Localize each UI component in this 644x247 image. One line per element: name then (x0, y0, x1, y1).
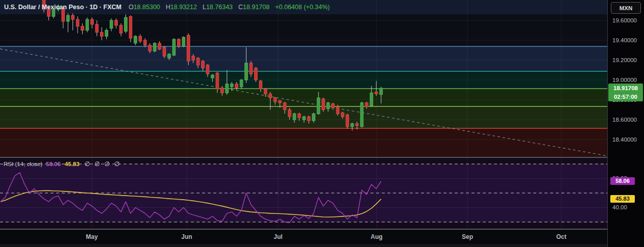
candle-body (288, 110, 291, 117)
time-axis-label: May (86, 233, 97, 240)
candle-body (71, 15, 75, 19)
candle-body (380, 88, 383, 94)
candle-body (148, 45, 152, 51)
bottom-strip (0, 244, 644, 247)
candle-body (317, 98, 320, 114)
candle-body (172, 39, 176, 55)
currency-toggle-button[interactable]: MXN (611, 2, 641, 14)
candle-body (356, 124, 359, 126)
candle-body (220, 88, 224, 93)
candle-body (105, 31, 108, 37)
candle-body (226, 84, 229, 93)
candle-body (182, 37, 185, 46)
candle-body (307, 117, 310, 121)
candle-body (86, 19, 89, 30)
candle-body (274, 98, 277, 102)
candle-body (125, 17, 128, 31)
rsi-value-badge: 58.06 (610, 177, 635, 185)
price-axis-label: 19.60000 (612, 17, 637, 24)
candle-body (187, 35, 190, 61)
candle-body (119, 25, 122, 34)
candle-body (81, 26, 84, 31)
candle-body (76, 19, 79, 26)
price-scale[interactable]: MXN 19.6000019.4000019.2000019.0000018.8… (607, 0, 644, 247)
price-axis-label: 19.40000 (612, 37, 637, 44)
price-axis-label: 19.20000 (612, 57, 637, 64)
candle-body (62, 9, 65, 21)
candle-body (192, 56, 195, 60)
chart-canvas[interactable] (0, 0, 644, 247)
time-axis-label: Sep (462, 233, 473, 240)
candle-body (336, 107, 339, 114)
sr-band (0, 89, 607, 106)
rsi-value-badge: 45.83 (610, 195, 635, 203)
candle-body (240, 80, 243, 87)
candle-body (42, 0, 45, 10)
bar-countdown: 02:57:00 (608, 93, 643, 101)
candle-body (346, 115, 349, 126)
candle-body (168, 54, 171, 58)
candle-body (129, 16, 132, 38)
candle-body (298, 114, 301, 118)
price-axis-label: 18.40000 (612, 136, 637, 143)
price-axis-label: 18.60000 (612, 117, 637, 123)
candle-body (293, 114, 296, 120)
candle-body (279, 101, 282, 103)
candle-body (115, 20, 118, 25)
candle-body (269, 94, 272, 98)
rsi-axis-label: 40.00 (612, 204, 627, 211)
time-axis-label: Jun (181, 233, 192, 240)
candle-body (163, 47, 166, 57)
candle-body (303, 117, 306, 120)
candle-body (158, 43, 161, 49)
candle-body (91, 19, 94, 24)
trading-chart-window: U.S. Dollar / Mexican Peso · 1D · FXCM O… (0, 0, 644, 247)
candle-body (230, 84, 233, 87)
candle-body (66, 15, 69, 21)
candle-body (250, 63, 253, 74)
candle-body (153, 43, 156, 51)
candle-body (196, 58, 200, 65)
last-price-badge: 18.91708 02:57:00 (608, 84, 643, 101)
candle-body (211, 75, 214, 78)
candle-body (370, 93, 373, 105)
candle-body (375, 92, 378, 94)
candle-body (264, 89, 267, 94)
candle-body (57, 7, 60, 10)
candle-body (95, 24, 98, 33)
candle-body (322, 99, 325, 109)
candle-body (245, 63, 248, 80)
candle-body (283, 103, 286, 110)
candle-body (332, 104, 335, 108)
last-price: 18.91708 (608, 84, 643, 93)
candle-body (206, 65, 209, 74)
time-axis-label: Oct (556, 233, 566, 240)
candle-body (365, 103, 368, 107)
sr-band (0, 46, 607, 71)
candle-body (143, 40, 146, 45)
legend-bar-bg (0, 0, 607, 14)
candle-body (255, 68, 258, 80)
candle-body (178, 39, 181, 46)
candle-body (312, 114, 315, 121)
sr-band (0, 128, 607, 157)
candle-body (110, 20, 113, 29)
candle-body (47, 10, 51, 17)
candle-body (327, 103, 330, 109)
candle-body (216, 73, 219, 89)
candle-body (259, 81, 262, 89)
candle-body (52, 10, 55, 17)
time-axis-label: Jul (274, 233, 282, 240)
candle-body (202, 61, 205, 68)
candle-body (134, 36, 137, 43)
candle-body (100, 32, 103, 36)
price-axis-label: 19.00000 (612, 77, 637, 84)
candle-body (351, 124, 354, 127)
candle-body (360, 103, 363, 127)
time-axis-label: Aug (370, 233, 382, 240)
candle-body (139, 36, 142, 41)
candle-body (235, 84, 238, 88)
candle-body (341, 113, 344, 117)
